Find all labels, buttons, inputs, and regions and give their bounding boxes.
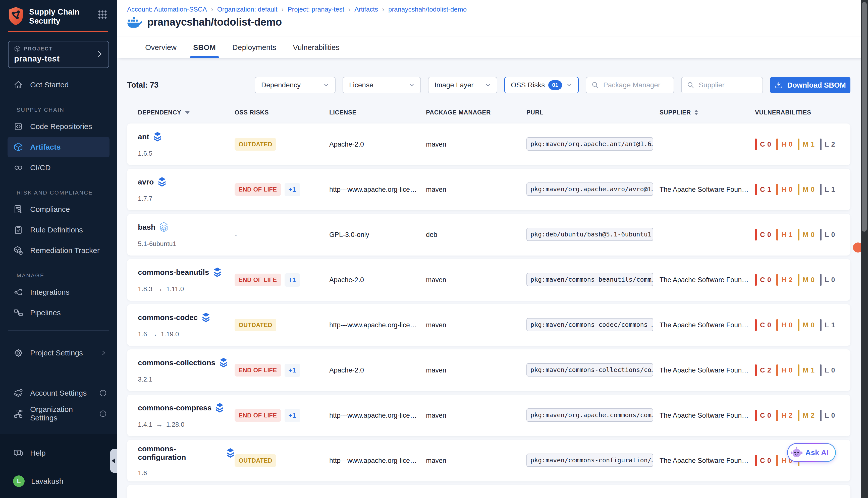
package-manager-input[interactable] (603, 81, 669, 89)
purl-value[interactable]: pkg:maven/commons-configuration/… (527, 454, 653, 467)
risk-badge-eol: END OF LIFE (235, 183, 281, 196)
purl-cell: pkg:maven/org.apache.ant/ant@1.6… (527, 137, 660, 152)
table-header: DEPENDENCYOSS RISKSLICENSEPACKAGE MANAGE… (127, 109, 851, 116)
dependency-version: 5.1-6ubuntu1 (138, 240, 235, 248)
oss-risks-filter[interactable]: OSS Risks 01 (504, 77, 579, 93)
supplier-input[interactable] (698, 81, 757, 89)
app-switcher-icon[interactable] (97, 9, 108, 21)
layers-icon (226, 448, 235, 458)
chevron-down-icon (408, 81, 415, 89)
breadcrumb-item[interactable]: Account: Automation-SSCA (127, 5, 207, 13)
column-header-license[interactable]: LICENSE (329, 109, 426, 116)
layers-icon (153, 132, 162, 142)
purl-cell: pkg:maven/commons-codec/commons-… (527, 318, 660, 332)
sidebar-item-pipelines[interactable]: Pipelines (0, 302, 117, 323)
purl-value[interactable]: pkg:deb/ubuntu/bash@5.1-6ubuntu1 (527, 228, 653, 241)
layers-icon (202, 312, 210, 323)
purl-value[interactable]: pkg:maven/commons-collections/co… (527, 363, 653, 377)
vuln-count: H 0 (781, 366, 793, 374)
user-profile[interactable]: L Lavakush (0, 471, 117, 492)
sidebar-item-integrations[interactable]: Integrations (0, 282, 117, 302)
tab-deployments[interactable]: Deployments (232, 36, 276, 58)
app-logo-row: Supply Chain Security (0, 0, 117, 26)
dependency-cell: commons-beanutils1.8.3→1.11.0 (138, 267, 235, 293)
table-row[interactable]: ant1.6.5OUTDATEDApache-2.0mavenpkg:maven… (127, 123, 851, 165)
table-row[interactable]: commons-beanutils1.8.3→1.11.0END OF LIFE… (127, 259, 851, 301)
oss-risks-empty: - (235, 231, 237, 239)
vuln-count: H 2 (781, 276, 793, 284)
sidebar-item-account-settings[interactable]: Account Settings (0, 383, 117, 403)
column-header-purl[interactable]: PURL (527, 109, 660, 116)
sidebar-item-label: Integrations (30, 288, 69, 297)
table-row[interactable]: avro1.7.7END OF LIFE+1http---www.apache.… (127, 169, 851, 210)
dependency-filter[interactable]: Dependency (255, 77, 336, 93)
column-header-supplier[interactable]: SUPPLIER (660, 109, 755, 116)
sidebar-collapse-handle[interactable] (110, 449, 117, 473)
breadcrumb-item[interactable]: Project: pranay-test (288, 5, 344, 13)
sort-desc-icon[interactable] (185, 111, 190, 114)
tab-sbom[interactable]: SBOM (193, 36, 216, 58)
sidebar-item-project-settings[interactable]: Project Settings (0, 343, 117, 363)
sort-icon[interactable] (695, 110, 698, 115)
column-header-dependency[interactable]: DEPENDENCY (138, 109, 235, 116)
license-cell: http---www.apache.org-lice… (329, 186, 426, 194)
vuln-count: C 0 (760, 412, 771, 419)
risk-badge-more[interactable]: +1 (285, 364, 300, 377)
purl-value[interactable]: pkg:maven/org.apache.commons/com… (527, 408, 653, 422)
dependency-name-text: commons-beanutils (138, 268, 209, 277)
sidebar-item-cicd[interactable]: CI/CD (0, 157, 117, 178)
purl-value[interactable]: pkg:maven/commons-codec/commons-… (527, 318, 653, 331)
breadcrumb-separator: › (282, 5, 284, 13)
sidebar-divider (8, 330, 109, 331)
vuln-bar (798, 365, 800, 376)
sidebar-item-code-repositories[interactable]: Code Repositories (0, 116, 117, 137)
help-label: Help (30, 449, 46, 457)
dependency-name-text: bash (138, 223, 155, 232)
sidebar-item-artifacts[interactable]: Artifacts (8, 137, 109, 157)
column-header-package-manager[interactable]: PACKAGE MANAGER (426, 109, 527, 116)
tab-overview[interactable]: Overview (145, 36, 177, 58)
project-selector[interactable]: PROJECT pranay-test (8, 41, 109, 68)
sidebar-item-get-started[interactable]: Get Started (0, 75, 117, 95)
image-layer-filter[interactable]: Image Layer (428, 77, 497, 93)
vuln-count: H 0 (781, 186, 793, 194)
column-header-oss-risks[interactable]: OSS RISKS (235, 109, 329, 116)
breadcrumb-item[interactable]: pranaycshah/todolist-demo (388, 5, 467, 13)
vuln-high: H 2 (776, 410, 793, 421)
sidebar-item-compliance[interactable]: Compliance (0, 199, 117, 220)
table-row[interactable]: commons-configuration1.6OUTDATEDhttp---w… (127, 440, 851, 482)
purl-value[interactable]: pkg:maven/org.apache.ant/ant@1.6… (527, 137, 653, 150)
download-sbom-button[interactable]: Download SBOM (770, 77, 851, 93)
table-row[interactable]: commons-compress1.4.1→1.28.0END OF LIFE+… (127, 395, 851, 436)
oss-risks-cell: END OF LIFE+1 (235, 273, 329, 287)
license-filter[interactable]: License (342, 77, 421, 93)
breadcrumb-item[interactable]: Artifacts (354, 5, 378, 13)
scrollbar-thumb[interactable] (862, 2, 867, 232)
ask-ai-button[interactable]: Ask AI (787, 443, 836, 462)
sidebar-item-rule-definitions[interactable]: Rule Definitions (0, 220, 117, 240)
risk-badge-more[interactable]: +1 (285, 273, 300, 287)
table-row[interactable]: commons-fileuploadEND OF LIFE+1Apache-2.… (127, 485, 851, 498)
tab-vulnerabilities[interactable]: Vulnerabilities (293, 36, 339, 58)
current-version: 1.7.7 (138, 195, 153, 202)
breadcrumb-item[interactable]: Organization: default (217, 5, 277, 13)
vuln-medium: M 2 (798, 410, 815, 421)
vuln-count: L 0 (825, 231, 835, 239)
purl-value[interactable]: pkg:maven/commons-beanutils/comm… (527, 273, 653, 286)
purl-value[interactable]: pkg:maven/org.apache.avro/avro@1… (527, 183, 653, 196)
risk-badge-more[interactable]: +1 (285, 183, 300, 196)
vuln-count: C 0 (760, 141, 771, 148)
vuln-bar (776, 139, 778, 150)
column-header-vulnerabilities[interactable]: VULNERABILITIES (755, 109, 851, 116)
org-gear-icon (13, 409, 24, 418)
sidebar-item-remediation-tracker[interactable]: Remediation Tracker (0, 240, 117, 261)
table-row[interactable]: commons-codec1.6→1.19.0OUTDATEDhttp---ww… (127, 304, 851, 346)
sidebar-item-help[interactable]: ? Help (0, 443, 117, 463)
risk-badge-more[interactable]: +1 (285, 409, 300, 422)
sidebar-item-organization-settings[interactable]: Organization Settings (0, 403, 117, 424)
scrollbar-track[interactable] (861, 0, 868, 498)
table-row[interactable]: bash5.1-6ubuntu1-GPL-3.0-onlydebpkg:deb/… (127, 214, 851, 255)
dependency-cell: ant1.6.5 (138, 132, 235, 157)
table-row[interactable]: commons-collections3.2.1END OF LIFE+1Apa… (127, 350, 851, 391)
purl-cell: pkg:maven/org.apache.commons/com… (527, 408, 660, 423)
